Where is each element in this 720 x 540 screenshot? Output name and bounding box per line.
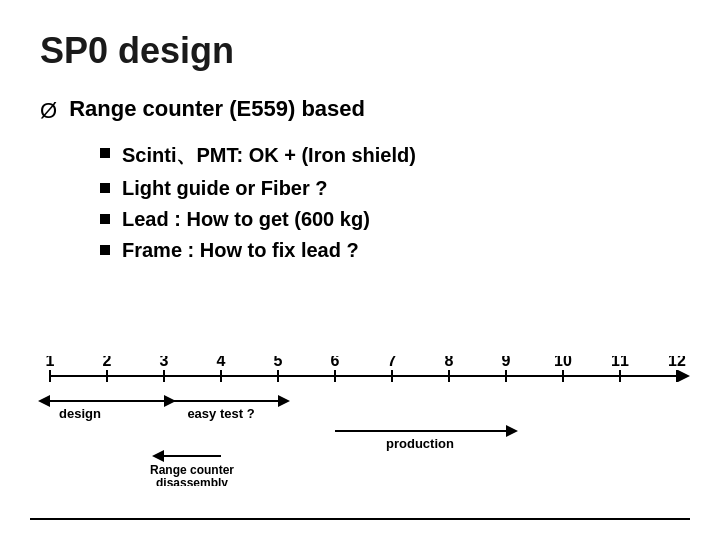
list-item: Scinti、PMT: OK + (Iron shield) xyxy=(100,142,680,169)
tick-6: 6 xyxy=(331,356,340,369)
slide: SP0 design Ø Range counter (E559) based … xyxy=(0,0,720,540)
range-counter-disassembly-label-line2: disassembly xyxy=(156,476,228,486)
bullet-arrow: Ø xyxy=(40,98,57,124)
tick-7: 7 xyxy=(388,356,397,369)
bottom-rule xyxy=(30,518,690,520)
tick-11: 11 xyxy=(611,356,629,369)
list-item-text: Scinti、PMT: OK + (Iron shield) xyxy=(122,142,416,169)
tick-8: 8 xyxy=(445,356,454,369)
tick-5: 5 xyxy=(274,356,283,369)
list-item-text: Lead : How to get (600 kg) xyxy=(122,208,370,231)
tick-12: 12 xyxy=(668,356,686,369)
easy-test-label: easy test ? xyxy=(187,406,254,421)
timeline-section: 1 2 3 4 5 6 7 8 9 10 11 12 design easy t… xyxy=(30,356,690,490)
tick-9: 9 xyxy=(502,356,511,369)
list-item-text: Light guide or Fiber ? xyxy=(122,177,328,200)
sub-bullet-list: Scinti、PMT: OK + (Iron shield) Light gui… xyxy=(100,142,680,262)
tick-10: 10 xyxy=(554,356,572,369)
production-label: production xyxy=(386,436,454,451)
list-item: Frame : How to fix lead ? xyxy=(100,239,680,262)
bullet-icon xyxy=(100,183,110,193)
svg-marker-20 xyxy=(506,425,518,437)
timeline-svg: 1 2 3 4 5 6 7 8 9 10 11 12 design easy t… xyxy=(30,356,690,486)
main-bullet-text: Range counter (E559) based xyxy=(69,96,365,122)
main-bullet: Ø Range counter (E559) based xyxy=(40,96,680,124)
bullet-icon xyxy=(100,148,110,158)
bullet-icon xyxy=(100,245,110,255)
range-counter-disassembly-label-line1: Range counter xyxy=(150,463,234,477)
tick-1: 1 xyxy=(46,356,55,369)
svg-marker-15 xyxy=(38,395,50,407)
tick-3: 3 xyxy=(160,356,169,369)
slide-title: SP0 design xyxy=(40,30,680,72)
list-item: Light guide or Fiber ? xyxy=(100,177,680,200)
list-item-text: Frame : How to fix lead ? xyxy=(122,239,359,262)
svg-marker-18 xyxy=(278,395,290,407)
svg-marker-1 xyxy=(678,370,690,382)
list-item: Lead : How to get (600 kg) xyxy=(100,208,680,231)
design-label: design xyxy=(59,406,101,421)
tick-4: 4 xyxy=(217,356,226,369)
svg-marker-22 xyxy=(152,450,164,462)
tick-2: 2 xyxy=(103,356,112,369)
bullet-icon xyxy=(100,214,110,224)
